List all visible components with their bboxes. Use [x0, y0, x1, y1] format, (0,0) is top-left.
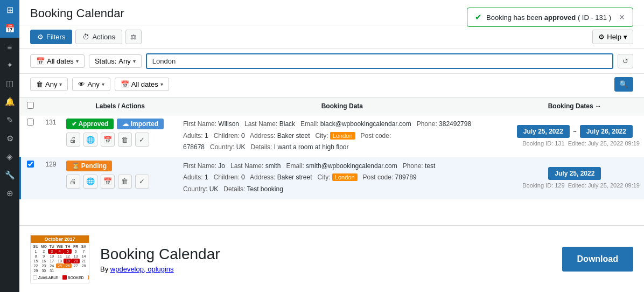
- sidebar-item-nav1[interactable]: ≡: [0, 38, 19, 56]
- booking-dates-cell: July 25, 2022 ~ July 26, 2022 Booking ID…: [506, 115, 644, 157]
- download-button[interactable]: Download: [562, 247, 633, 272]
- check-button[interactable]: ✓: [135, 133, 149, 147]
- help-button[interactable]: ⚙ Help ▾: [592, 30, 633, 44]
- date-single: July 25, 2022: [510, 167, 640, 180]
- chevron-down-icon: ▾: [624, 33, 627, 41]
- toolbar: ⚙ Filters ⏱ Actions ⚖ ⚙ Help ▾: [19, 25, 644, 49]
- refresh-button[interactable]: ↺: [618, 54, 633, 68]
- booked-dot: [62, 275, 67, 280]
- print-button[interactable]: 🖨: [66, 133, 80, 147]
- notification-bar: ✔ Booking has been approved ( ID - 131 )…: [467, 8, 633, 27]
- filters-row-2: 🗑 Any ▾ 👁 Any ▾ 📅 All dates ▾ 🔍: [19, 74, 644, 98]
- calendar-icon2: 📅: [121, 80, 129, 88]
- city-highlight: London: [330, 132, 355, 140]
- range-separator: ~: [573, 128, 577, 135]
- booking-id: 129: [40, 157, 62, 199]
- filters-button[interactable]: ⚙ Filters: [30, 30, 72, 44]
- calendar-mini-month: October 2017: [31, 235, 89, 243]
- pending-dot: [88, 275, 89, 280]
- caret-icon: ▾: [59, 81, 62, 87]
- caret-icon: ▾: [160, 81, 163, 87]
- web-button[interactable]: 🌐: [83, 133, 97, 147]
- plugin-authors-link[interactable]: wpdevelop, oplugins: [110, 265, 174, 273]
- calendar-button[interactable]: 📅: [101, 133, 115, 147]
- trash-icon: 🗑: [36, 80, 43, 88]
- filters-left: 🗑 Any ▾ 👁 Any ▾ 📅 All dates ▾: [30, 78, 169, 91]
- main-content: Booking Calendar ✔ Booking has been appr…: [19, 0, 644, 292]
- pending-badge[interactable]: ⏳ Pending: [66, 161, 113, 171]
- plugin-area: October 2017 SU MO TU WE TH FR SA 1 2 3 …: [19, 225, 644, 292]
- sidebar-item-nav3[interactable]: ◫: [0, 74, 19, 93]
- all-dates-filter[interactable]: 📅 All dates ▾: [30, 54, 85, 68]
- bookings-table-area: Labels / Actions Booking Data Booking Da…: [19, 98, 644, 225]
- refresh-icon: ↺: [622, 57, 628, 65]
- sidebar-item-nav6[interactable]: ⚙: [0, 129, 19, 148]
- delete-button[interactable]: 🗑: [118, 133, 132, 147]
- calendar-button[interactable]: 📅: [101, 175, 115, 189]
- labels-actions-cell: ✔ Approved ☁ Imported 🖨 🌐 📅 🗑 ✓: [62, 115, 179, 157]
- plugin-info: Booking Calendar By wpdevelop, oplugins: [100, 246, 220, 273]
- page-header: Booking Calendar ✔ Booking has been appr…: [19, 0, 644, 25]
- select-all-checkbox[interactable]: [27, 102, 34, 109]
- search-icon: 🔍: [619, 80, 628, 88]
- plugin-by: By wpdevelop, oplugins: [100, 265, 220, 273]
- sidebar-item-nav9[interactable]: ⊕: [0, 184, 19, 203]
- filters-row-1: 📅 All dates ▾ Status: Any ▾ ↺: [19, 49, 644, 74]
- check-button[interactable]: ✓: [135, 175, 149, 189]
- row-checkbox[interactable]: [27, 119, 34, 126]
- sliders-button[interactable]: ⚖: [125, 30, 142, 44]
- sidebar-item-nav7[interactable]: ◈: [0, 148, 19, 166]
- toolbar-left: ⚙ Filters ⏱ Actions ⚖: [30, 30, 142, 44]
- sidebar: ⊞ 📅 ≡ ✦ ◫ 🔔 ✎ ⚙ ◈ 🔧 ⊕: [0, 0, 19, 292]
- available-dot: [33, 275, 37, 280]
- booking-meta: Booking ID: 129 Edited: July 25, 2022 09…: [510, 180, 640, 189]
- notification-text: Booking has been approved ( ID - 131 ): [486, 13, 611, 22]
- labels-actions-header: Labels / Actions: [62, 98, 179, 115]
- row-actions: 🖨 🌐 📅 🗑 ✓: [66, 133, 174, 147]
- caret-icon: ▾: [76, 58, 79, 64]
- booking-id: 131: [40, 115, 62, 157]
- caret-icon: ▾: [102, 81, 104, 87]
- sidebar-item-bookings[interactable]: 📅: [0, 19, 19, 38]
- sidebar-item-nav8[interactable]: 🔧: [0, 166, 19, 184]
- booking-data-cell: First Name: Jo Last Name: smith Email: s…: [179, 157, 506, 199]
- calendar-icon: 📅: [36, 57, 45, 65]
- booking-data-cell: First Name: Willson Last Name: Black Ema…: [179, 115, 506, 157]
- help-icon: ⚙: [598, 33, 605, 41]
- check-icon: ✔: [475, 12, 482, 22]
- sidebar-item-nav4[interactable]: 🔔: [0, 93, 19, 111]
- web-button[interactable]: 🌐: [83, 175, 97, 189]
- bookings-table: Labels / Actions Booking Data Booking Da…: [19, 98, 644, 199]
- search-button[interactable]: 🔍: [614, 77, 633, 92]
- filter-icon: ⚙: [37, 33, 44, 41]
- search-input[interactable]: [146, 53, 613, 69]
- notification-close-button[interactable]: ✕: [619, 13, 625, 22]
- actions-button[interactable]: ⏱ Actions: [75, 30, 122, 44]
- page-title: Booking Calendar: [30, 6, 124, 20]
- eye-filter[interactable]: 👁 Any ▾: [72, 78, 110, 91]
- sidebar-item-nav5[interactable]: ✎: [0, 111, 19, 129]
- city-highlight: London: [332, 173, 358, 181]
- table-row: 129 ⏳ Pending 🖨 🌐 📅 🗑 ✓: [20, 157, 645, 199]
- eye-icon: 👁: [78, 80, 85, 88]
- imported-badge[interactable]: ☁ Imported: [117, 119, 164, 129]
- table-row: 131 ✔ Approved ☁ Imported 🖨 🌐 📅 🗑: [20, 115, 645, 157]
- print-button[interactable]: 🖨: [66, 175, 80, 189]
- booking-data: First Name: Jo Last Name: smith Email: s…: [183, 161, 501, 196]
- sidebar-item-nav2[interactable]: ✦: [0, 56, 19, 74]
- status-label: Status:: [95, 57, 116, 65]
- row-checkbox[interactable]: [27, 161, 34, 168]
- start-date-badge: July 25, 2022: [517, 125, 570, 138]
- status-filter[interactable]: Status: Any ▾: [89, 54, 142, 68]
- date-filter2[interactable]: 📅 All dates ▾: [115, 78, 169, 91]
- delete-button[interactable]: 🗑: [118, 175, 132, 189]
- booking-dates-header: Booking Dates ↔: [506, 98, 644, 115]
- plugin-left: October 2017 SU MO TU WE TH FR SA 1 2 3 …: [30, 235, 220, 283]
- booking-meta: Booking ID: 131 Edited: July 25, 2022 09…: [510, 138, 640, 147]
- end-date-badge: July 26, 2022: [580, 125, 633, 138]
- approved-badge[interactable]: ✔ Approved: [66, 119, 114, 129]
- date-range: July 25, 2022 ~ July 26, 2022: [510, 125, 640, 138]
- sidebar-logo[interactable]: ⊞: [0, 0, 19, 19]
- trash-filter[interactable]: 🗑 Any ▾: [30, 78, 68, 91]
- sliders-icon: ⚖: [130, 33, 137, 41]
